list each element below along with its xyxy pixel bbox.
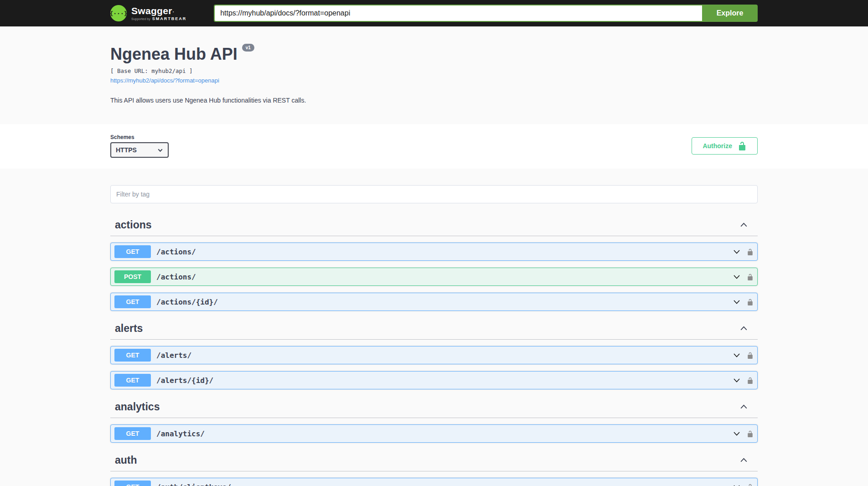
logo-braces: {···} [109,10,127,17]
tag-header[interactable]: actions [110,214,758,236]
scheme-container: Schemes HTTPS Authorize [0,124,868,169]
method-badge: GET [114,295,151,308]
unlock-icon [747,298,754,306]
brand-name: Swagger. [131,6,186,16]
operation-path: /alerts/{id}/ [156,376,732,385]
api-description: This API allows users use Ngenea Hub fun… [110,97,758,104]
tag-section: actions GET /actions/ POST /actions/ [110,214,758,311]
unlock-icon [747,273,754,281]
tag-section: auth GET /auth/clientkeys/ [110,450,758,486]
unlock-icon [747,483,754,486]
method-badge: GET [114,349,151,362]
spec-link[interactable]: https://myhub2/api/docs/?format=openapi [110,77,219,84]
chevron-down-icon [732,247,741,256]
tag-title: auth [115,454,137,466]
tag-section: alerts GET /alerts/ GET /alerts/{id}/ [110,318,758,389]
method-badge: GET [114,481,151,486]
schemes-label: Schemes [110,134,169,140]
api-title-text: Ngenea Hub API [110,45,238,64]
tagline-brand: SMARTBEAR [152,16,187,21]
operations-list: GET /alerts/ GET /alerts/{id}/ [110,340,758,389]
page-title: Ngenea Hub API v1 [110,45,758,64]
unlock-icon [747,352,754,359]
spec-url-input[interactable] [214,5,702,22]
operation-row[interactable]: GET /alerts/ [110,346,758,364]
chevron-down-icon [732,272,741,281]
tag-header[interactable]: alerts [110,318,758,340]
operation-row[interactable]: GET /analytics/ [110,424,758,443]
operation-auth-button[interactable] [747,298,754,306]
swagger-logo-icon: {···} [110,5,127,21]
expand-operation-button[interactable] [732,351,741,360]
operation-auth-button[interactable] [747,483,754,486]
authorize-label: Authorize [703,142,732,150]
brand-tagline: Supported by SMARTBEAR [131,16,186,21]
operation-row[interactable]: GET /actions/ [110,243,758,261]
filter-by-tag-input[interactable] [110,185,758,203]
base-url: [ Base URL: myhub2/api ] [110,67,758,74]
sections: actions GET /actions/ POST /actions/ [110,214,758,486]
expand-operation-button[interactable] [732,376,741,385]
tag-header[interactable]: auth [110,450,758,471]
chevron-down-icon [732,376,741,385]
chevron-up-icon[interactable] [739,455,749,465]
operation-auth-button[interactable] [747,377,754,384]
operation-row[interactable]: GET /auth/clientkeys/ [110,478,758,486]
method-badge: GET [114,374,151,387]
operation-path: /actions/ [156,273,732,281]
method-badge: GET [114,427,151,440]
schemes-select[interactable]: HTTPS [110,142,169,158]
brand-mark: . [173,8,174,13]
expand-operation-button[interactable] [732,247,741,256]
schemes-group: Schemes HTTPS [110,134,169,158]
operation-row[interactable]: GET /alerts/{id}/ [110,371,758,389]
version-badge: v1 [242,44,254,52]
chevron-down-icon [732,297,741,306]
unlock-icon [747,377,754,384]
tag-section: analytics GET /analytics/ [110,396,758,443]
method-badge: GET [114,245,151,258]
operation-path: /alerts/ [156,351,732,360]
chevron-down-icon [732,429,741,438]
operation-path: /analytics/ [156,429,732,438]
chevron-up-icon[interactable] [739,402,749,412]
operations-list: GET /auth/clientkeys/ [110,471,758,486]
tagline-prefix: Supported by [131,17,150,21]
operation-row[interactable]: GET /actions/{id}/ [110,293,758,311]
spec-url-form: Explore [214,5,758,22]
explore-button[interactable]: Explore [702,5,758,22]
operations-area: actions GET /actions/ POST /actions/ [0,169,868,486]
expand-operation-button[interactable] [732,297,741,306]
tag-title: alerts [115,322,143,335]
expand-operation-button[interactable] [732,429,741,438]
info-section: Ngenea Hub API v1 [ Base URL: myhub2/api… [0,26,868,119]
unlock-icon [747,430,754,438]
operation-row[interactable]: POST /actions/ [110,268,758,286]
tag-title: actions [115,219,152,231]
operations-list: GET /actions/ POST /actions/ [110,236,758,311]
operation-path: /actions/{id}/ [156,298,732,306]
chevron-down-icon [157,147,163,153]
operation-auth-button[interactable] [747,352,754,359]
operation-auth-button[interactable] [747,273,754,281]
swagger-logo[interactable]: {···} Swagger. Supported by SMARTBEAR [110,5,186,21]
method-badge: POST [114,270,151,283]
operation-auth-button[interactable] [747,430,754,438]
operation-path: /actions/ [156,248,732,256]
operations-list: GET /analytics/ [110,418,758,443]
operation-path: /auth/clientkeys/ [156,483,732,486]
schemes-select-value: HTTPS [116,146,137,154]
chevron-up-icon[interactable] [739,220,749,230]
chevron-down-icon [732,482,741,486]
expand-operation-button[interactable] [732,272,741,281]
chevron-down-icon [732,351,741,360]
chevron-up-icon[interactable] [739,324,749,333]
tag-title: analytics [115,401,160,413]
topbar: {···} Swagger. Supported by SMARTBEAR Ex… [0,0,868,26]
operation-auth-button[interactable] [747,248,754,256]
unlock-icon [747,248,754,256]
unlock-icon [738,141,747,150]
expand-operation-button[interactable] [732,482,741,486]
tag-header[interactable]: analytics [110,396,758,418]
authorize-button[interactable]: Authorize [692,137,758,155]
